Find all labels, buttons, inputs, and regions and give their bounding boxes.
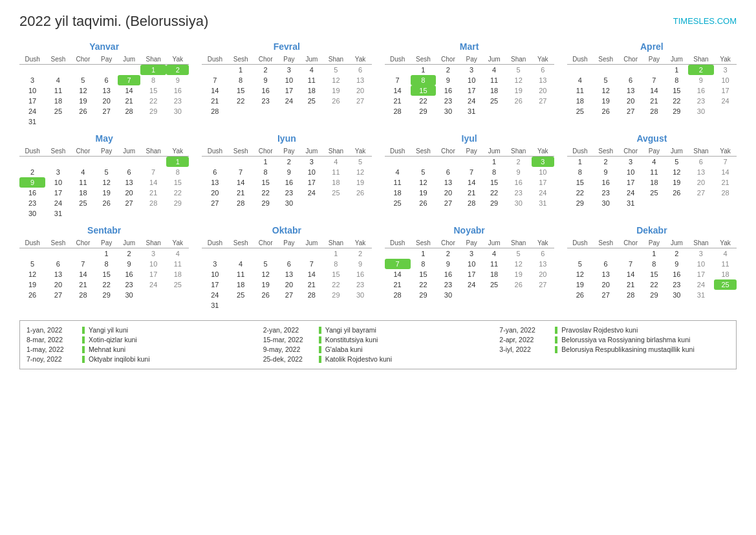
holiday-name: Yangi yil bayrami	[325, 326, 376, 334]
weekday-header: Yak	[714, 146, 737, 157]
holiday-name: Belorussiya va Rossiyaning birlashma kun…	[561, 336, 690, 344]
calendar-table: DushSeshChorPayJumShanYak123456789101112…	[19, 54, 189, 127]
calendar-day: 6	[349, 65, 372, 76]
calendar-day	[460, 157, 483, 168]
calendar-day: 31	[688, 290, 714, 300]
calendar-day: 25	[300, 96, 323, 106]
calendar-day	[118, 116, 140, 127]
calendar-day: 31	[618, 198, 643, 208]
site-link[interactable]: TIMESLES.COM	[673, 16, 737, 26]
calendar-day: 21	[300, 279, 323, 290]
weekday-header: Dush	[385, 238, 411, 248]
calendar-day: 1	[411, 65, 436, 76]
calendar-day: 15	[665, 85, 688, 96]
weekday-header: Shan	[323, 146, 349, 157]
calendar-day	[95, 208, 118, 219]
calendar-day: 12	[254, 269, 278, 279]
calendar-day: 3	[714, 65, 737, 76]
calendar-day	[665, 198, 688, 208]
calendar-day: 1	[228, 65, 254, 76]
calendar-day: 19	[567, 279, 593, 290]
weekday-header: Chor	[436, 146, 460, 157]
weekday-header: Chor	[618, 238, 643, 248]
calendar-table: DushSeshChorPayJumShanYak123456789101112…	[567, 146, 737, 208]
calendar-day: 27	[349, 96, 372, 106]
calendar-day: 8	[140, 75, 166, 85]
calendar-day: 8	[643, 259, 665, 269]
month-noyabr: NoyabrDushSeshChorPayJumShanYak123456789…	[385, 225, 554, 311]
calendar-day: 7	[71, 259, 96, 269]
weekday-header: Jum	[118, 146, 140, 157]
calendar-day: 19	[323, 85, 349, 96]
calendar-day: 7	[140, 167, 166, 177]
weekday-header: Jum	[665, 54, 688, 65]
weekday-header: Dush	[385, 54, 411, 65]
calendar-day: 22	[411, 279, 436, 290]
calendar-day: 23	[506, 188, 532, 198]
weekday-header: Sesh	[411, 146, 436, 157]
holiday-color-bar	[82, 336, 85, 344]
calendar-day: 3	[300, 157, 323, 168]
calendar-day	[254, 248, 278, 259]
calendar-day: 27	[202, 198, 228, 208]
weekday-header: Jum	[300, 238, 323, 248]
calendar-day: 24	[460, 96, 483, 106]
calendar-day: 28	[643, 106, 665, 116]
month-mart: MartDushSeshChorPayJumShanYak12345678910…	[385, 41, 554, 127]
calendar-day: 2	[688, 65, 714, 76]
holiday-color-bar	[319, 336, 321, 344]
calendar-day: 17	[45, 188, 70, 198]
weekday-header: Shan	[506, 238, 532, 248]
calendar-day: 23	[254, 96, 278, 106]
calendar-day: 17	[202, 279, 228, 290]
calendar-day	[643, 198, 665, 208]
calendar-day: 12	[411, 177, 436, 188]
calendar-day: 17	[714, 85, 737, 96]
weekday-header: Sesh	[228, 146, 254, 157]
calendar-day	[714, 106, 737, 116]
calendar-day: 23	[436, 279, 460, 290]
weekday-header: Chor	[254, 54, 278, 65]
calendar-day: 1	[140, 65, 166, 76]
calendar-day: 13	[436, 177, 460, 188]
calendar-day: 25	[71, 198, 96, 208]
calendar-day: 2	[436, 65, 460, 76]
calendar-day	[714, 290, 737, 300]
calendar-day: 22	[228, 96, 254, 106]
weekday-header: Sesh	[45, 54, 70, 65]
calendar-day: 25	[714, 279, 737, 290]
calendar-day: 4	[643, 157, 665, 168]
holiday-date: 7-noy, 2022	[27, 355, 78, 363]
calendar-day	[95, 116, 118, 127]
calendar-day: 5	[567, 259, 593, 269]
calendar-day: 12	[323, 75, 349, 85]
calendar-day: 4	[166, 248, 189, 259]
month-sentabr: SentabrDushSeshChorPayJumShanYak12345678…	[19, 225, 189, 311]
calendar-day: 9	[436, 75, 460, 85]
calendar-day: 30	[349, 290, 372, 300]
calendar-day: 4	[483, 248, 506, 259]
calendars-grid: YanvarDushSeshChorPayJumShanYak123456789…	[19, 41, 737, 311]
month-title: Sentabr	[19, 225, 189, 235]
calendar-table: DushSeshChorPayJumShanYak123456789101112…	[385, 238, 554, 300]
calendar-day: 6	[618, 75, 643, 85]
calendar-day: 11	[483, 75, 506, 85]
weekday-header: Shan	[688, 146, 714, 157]
calendar-day: 11	[323, 167, 349, 177]
calendar-day: 7	[202, 75, 228, 85]
calendar-table: DushSeshChorPayJumShanYak123456789101112…	[567, 238, 737, 300]
month-title: Aprel	[567, 41, 737, 52]
calendar-day: 2	[593, 157, 618, 168]
calendar-day: 6	[688, 157, 714, 168]
calendar-day	[254, 300, 278, 311]
calendar-day: 7	[118, 75, 140, 85]
weekday-header: Dush	[202, 54, 228, 65]
calendar-day: 2	[19, 167, 45, 177]
month-title: Fevral	[202, 41, 371, 52]
weekday-header: Pay	[277, 238, 300, 248]
calendar-day: 5	[323, 65, 349, 76]
calendar-day: 27	[618, 106, 643, 116]
calendar-day: 27	[532, 96, 554, 106]
calendar-day	[71, 65, 96, 76]
calendar-day	[300, 248, 323, 259]
